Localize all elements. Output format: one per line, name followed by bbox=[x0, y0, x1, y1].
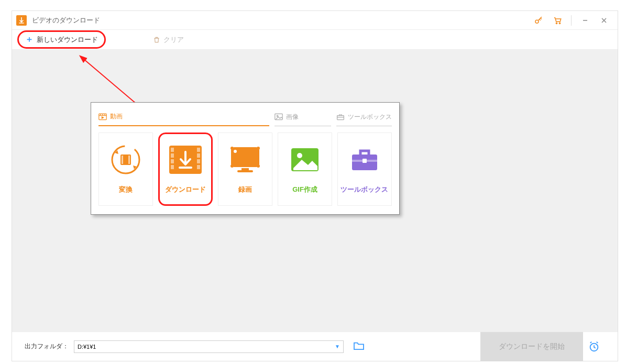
svg-point-31 bbox=[230, 147, 234, 150]
svg-point-33 bbox=[230, 164, 234, 168]
toolbox-icon bbox=[336, 113, 345, 120]
svg-point-32 bbox=[257, 147, 260, 150]
svg-point-34 bbox=[257, 164, 260, 168]
gif-icon bbox=[287, 144, 323, 175]
key-icon[interactable] bbox=[529, 13, 548, 28]
tab-toolbox[interactable]: ツールボックス bbox=[336, 111, 392, 126]
svg-rect-24 bbox=[197, 153, 200, 158]
tab-image[interactable]: 画像 bbox=[274, 111, 331, 126]
download-icon bbox=[167, 144, 204, 175]
clear-label: クリア bbox=[163, 35, 184, 45]
card-download[interactable]: ダウンロード bbox=[158, 133, 213, 206]
app-icon bbox=[16, 15, 27, 26]
tab-video[interactable]: 動画 bbox=[98, 110, 269, 126]
svg-point-1 bbox=[556, 23, 557, 24]
tab-image-label: 画像 bbox=[286, 113, 299, 122]
new-download-label: 新しいダウンロード bbox=[37, 35, 98, 45]
clear-button[interactable]: クリア bbox=[153, 35, 184, 45]
svg-rect-16 bbox=[122, 156, 123, 164]
svg-rect-23 bbox=[197, 148, 200, 152]
svg-rect-20 bbox=[171, 153, 174, 158]
card-gif-label: GIF作成 bbox=[292, 185, 317, 194]
svg-rect-26 bbox=[197, 165, 200, 169]
chevron-down-icon: ▼ bbox=[335, 344, 340, 349]
image-icon bbox=[274, 113, 283, 120]
svg-point-28 bbox=[234, 150, 237, 153]
output-path-dropdown[interactable]: D:¥1¥1 ▼ bbox=[74, 340, 344, 353]
svg-point-11 bbox=[277, 115, 278, 116]
film-icon bbox=[98, 113, 107, 120]
tab-toolbox-label: ツールボックス bbox=[348, 113, 392, 122]
trash-icon bbox=[153, 36, 160, 43]
svg-point-2 bbox=[559, 23, 560, 24]
svg-rect-12 bbox=[337, 116, 344, 120]
card-convert-label: 変換 bbox=[119, 185, 133, 194]
svg-rect-21 bbox=[171, 159, 174, 163]
svg-rect-39 bbox=[363, 159, 367, 163]
content-area: 動画 画像 ツールボックス 変換 bbox=[12, 50, 618, 332]
card-toolbox-label: ツールボックス bbox=[341, 185, 388, 194]
card-toolbox[interactable]: ツールボックス bbox=[337, 133, 392, 206]
card-record[interactable]: 録画 bbox=[218, 133, 272, 206]
svg-point-0 bbox=[535, 20, 539, 23]
svg-point-36 bbox=[297, 153, 302, 158]
svg-rect-17 bbox=[128, 156, 130, 164]
svg-rect-19 bbox=[171, 148, 174, 152]
new-download-button[interactable]: ＋ 新しいダウンロード bbox=[17, 30, 106, 49]
minimize-button[interactable] bbox=[576, 13, 595, 28]
panel-tabs: 動画 画像 ツールボックス bbox=[98, 110, 392, 126]
toolbox-card-icon bbox=[346, 144, 383, 175]
output-path-value: D:¥1¥1 bbox=[78, 344, 96, 350]
divider bbox=[571, 15, 572, 26]
browse-folder-button[interactable] bbox=[353, 341, 365, 352]
cards-row: 変換 ダウンロード 録画 bbox=[98, 133, 392, 206]
card-gif[interactable]: GIF作成 bbox=[278, 133, 332, 206]
app-window: ビデオのダウンロード ＋ 新しいダウンロード クリア bbox=[12, 10, 618, 361]
card-download-label: ダウンロード bbox=[165, 185, 206, 194]
start-download-label: ダウンロードを開始 bbox=[499, 342, 565, 351]
window-title: ビデオのダウンロード bbox=[32, 16, 100, 25]
alarm-button[interactable] bbox=[583, 332, 605, 361]
svg-rect-25 bbox=[197, 159, 200, 163]
tab-video-label: 動画 bbox=[110, 112, 123, 121]
clock-icon bbox=[588, 341, 600, 352]
start-download-button[interactable]: ダウンロードを開始 bbox=[480, 332, 583, 361]
feature-panel: 動画 画像 ツールボックス 変換 bbox=[91, 102, 400, 215]
record-icon bbox=[227, 144, 263, 175]
svg-rect-29 bbox=[241, 168, 249, 170]
close-button[interactable] bbox=[595, 13, 613, 28]
svg-rect-30 bbox=[237, 170, 253, 172]
card-record-label: 録画 bbox=[238, 185, 252, 194]
output-folder-label: 出力フォルダ： bbox=[25, 342, 69, 351]
titlebar: ビデオのダウンロード bbox=[12, 11, 618, 30]
card-convert[interactable]: 変換 bbox=[98, 133, 153, 206]
convert-icon bbox=[107, 144, 144, 175]
plus-icon: ＋ bbox=[25, 34, 34, 45]
footer: 出力フォルダ： D:¥1¥1 ▼ ダウンロードを開始 bbox=[12, 332, 618, 361]
toolbar: ＋ 新しいダウンロード クリア bbox=[12, 30, 618, 50]
cart-icon[interactable] bbox=[548, 13, 567, 28]
svg-rect-22 bbox=[171, 165, 174, 169]
